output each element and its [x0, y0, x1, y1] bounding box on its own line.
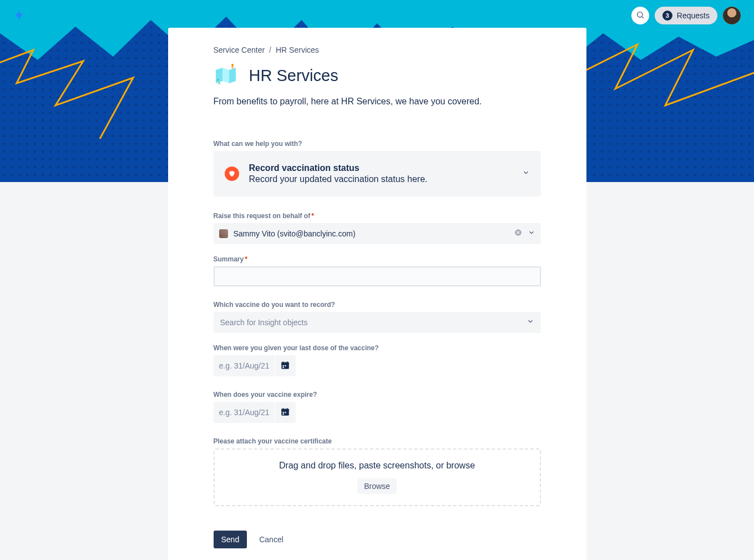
- svg-rect-9: [281, 408, 289, 411]
- app-logo[interactable]: [13, 9, 27, 22]
- chevron-down-icon: [522, 169, 530, 179]
- attachment-text: Drag and drop files, paste screenshots, …: [226, 461, 529, 471]
- svg-rect-5: [283, 365, 284, 366]
- request-type-title: Record vaccination status: [249, 163, 512, 173]
- svg-rect-10: [283, 412, 284, 413]
- breadcrumb-separator: /: [269, 46, 271, 54]
- chevron-down-icon: [527, 317, 534, 327]
- attach-label: Please attach your vaccine certificate: [214, 437, 541, 445]
- vaccine-placeholder: Search for Insight objects: [220, 318, 308, 327]
- expire-label: When does your vaccine expire?: [214, 391, 541, 398]
- help-with-label: What can we help you with?: [214, 140, 541, 148]
- heart-icon: [225, 167, 239, 181]
- breadcrumb-root[interactable]: Service Center: [214, 46, 265, 54]
- svg-rect-11: [285, 412, 286, 413]
- search-icon: [636, 11, 645, 21]
- svg-rect-7: [283, 367, 284, 368]
- summary-label: Summary*: [214, 255, 541, 263]
- page-description: From benefits to payroll, here at HR Ser…: [214, 97, 541, 107]
- browse-button[interactable]: Browse: [357, 478, 397, 494]
- behalf-of-selector[interactable]: Sammy Vito (svito@banclyinc.com): [214, 223, 541, 244]
- last-dose-input[interactable]: [214, 355, 275, 376]
- user-mini-avatar: [219, 229, 228, 238]
- expire-input[interactable]: [214, 402, 275, 423]
- breadcrumb-current[interactable]: HR Services: [276, 46, 319, 54]
- request-type-description: Record your updated vaccination status h…: [249, 174, 512, 184]
- vaccine-selector[interactable]: Search for Insight objects: [214, 312, 541, 333]
- attachment-dropzone[interactable]: Drag and drop files, paste screenshots, …: [214, 448, 541, 506]
- summary-input[interactable]: [214, 266, 541, 286]
- expire-calendar-button[interactable]: [275, 402, 296, 423]
- user-avatar[interactable]: [723, 7, 741, 24]
- behalf-value: Sammy Vito (svito@banclyinc.com): [234, 229, 509, 238]
- clear-icon[interactable]: [514, 229, 522, 239]
- breadcrumb: Service Center / HR Services: [214, 46, 541, 54]
- last-dose-calendar-button[interactable]: [275, 355, 296, 376]
- svg-rect-12: [283, 413, 284, 415]
- last-dose-label: When were you given your last dose of th…: [214, 344, 541, 352]
- send-button[interactable]: Send: [214, 531, 247, 548]
- behalf-label: Raise this request on behalf of*: [214, 212, 541, 220]
- hr-services-icon: [214, 62, 240, 89]
- requests-count-badge: 3: [662, 11, 672, 21]
- svg-rect-6: [285, 365, 286, 366]
- svg-rect-4: [281, 362, 289, 364]
- calendar-icon: [280, 407, 290, 418]
- search-button[interactable]: [631, 7, 649, 24]
- page-title: HR Services: [249, 67, 338, 85]
- vaccine-label: Which vaccine do you want to record?: [214, 301, 541, 309]
- svg-point-0: [637, 12, 642, 17]
- calendar-icon: [280, 360, 290, 372]
- cancel-button[interactable]: Cancel: [256, 531, 287, 548]
- requests-button[interactable]: 3 Requests: [655, 7, 717, 24]
- requests-label: Requests: [677, 11, 710, 20]
- chevron-down-icon: [528, 229, 535, 239]
- request-type-selector[interactable]: Record vaccination status Record your up…: [214, 151, 541, 196]
